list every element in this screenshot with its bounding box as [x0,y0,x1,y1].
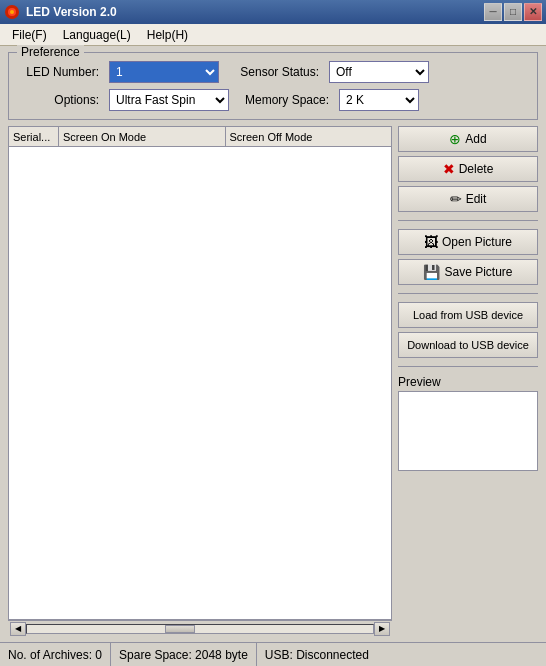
main-content: Preference LED Number: 1 2 3 Sensor Stat… [0,46,546,642]
maximize-button[interactable]: □ [504,3,522,21]
memory-space-select[interactable]: 2 K 4 K 8 K [339,89,419,111]
scroll-right-btn[interactable]: ▶ [374,622,390,636]
app-icon [4,4,20,20]
title-text: LED Version 2.0 [26,5,117,19]
minimize-button[interactable]: ─ [484,3,502,21]
options-select[interactable]: Ultra Fast Spin Fast Spin Normal Spin Sl… [109,89,229,111]
download-usb-button[interactable]: Download to USB device [398,332,538,358]
memory-space-label: Memory Space: [239,93,329,107]
separator-1 [398,220,538,221]
open-picture-button[interactable]: 🖼 Open Picture [398,229,538,255]
preview-section: Preview [398,375,538,471]
status-usb: USB: Disconnected [257,643,546,666]
add-button[interactable]: ⊕ Add [398,126,538,152]
svg-point-2 [10,10,14,14]
close-button[interactable]: ✕ [524,3,542,21]
led-number-label: LED Number: [19,65,99,79]
status-archives: No. of Archives: 0 [0,643,111,666]
menu-bar: File(F) Language(L) Help(H) [0,24,546,46]
list-header: Serial... Screen On Mode Screen Off Mode [9,127,391,147]
edit-icon: ✏ [450,191,462,207]
menu-language[interactable]: Language(L) [55,26,139,44]
status-bar: No. of Archives: 0 Spare Space: 2048 byt… [0,642,546,666]
title-bar: LED Version 2.0 ─ □ ✕ [0,0,546,24]
button-panel: ⊕ Add ✖ Delete ✏ Edit 🖼 Open Picture 💾 S… [398,126,538,636]
open-picture-icon: 🖼 [424,234,438,250]
list-scrollbar[interactable]: ◀ ▶ [8,620,392,636]
save-picture-button[interactable]: 💾 Save Picture [398,259,538,285]
preview-box [398,391,538,471]
middle-area: Serial... Screen On Mode Screen Off Mode… [8,126,538,636]
list-panel-wrapper: Serial... Screen On Mode Screen Off Mode… [8,126,392,636]
scroll-left-btn[interactable]: ◀ [10,622,26,636]
delete-button[interactable]: ✖ Delete [398,156,538,182]
col-screen-off-header: Screen Off Mode [226,127,392,146]
save-picture-icon: 💾 [423,264,440,280]
list-panel: Serial... Screen On Mode Screen Off Mode [8,126,392,620]
preference-group: Preference LED Number: 1 2 3 Sensor Stat… [8,52,538,120]
col-screen-on-header: Screen On Mode [59,127,226,146]
scrollbar-track[interactable] [26,624,374,634]
menu-file[interactable]: File(F) [4,26,55,44]
preference-label: Preference [17,45,84,59]
list-body[interactable] [9,147,391,619]
preview-label: Preview [398,375,538,389]
status-spare-space: Spare Space: 2048 byte [111,643,257,666]
separator-2 [398,293,538,294]
pref-row-2: Options: Ultra Fast Spin Fast Spin Norma… [19,89,527,111]
pref-row-1: LED Number: 1 2 3 Sensor Status: Off On [19,61,527,83]
menu-help[interactable]: Help(H) [139,26,196,44]
scrollbar-thumb[interactable] [165,625,195,633]
delete-icon: ✖ [443,161,455,177]
edit-button[interactable]: ✏ Edit [398,186,538,212]
title-controls: ─ □ ✕ [484,3,542,21]
sensor-status-label: Sensor Status: [229,65,319,79]
add-icon: ⊕ [449,131,461,147]
led-number-select[interactable]: 1 2 3 [109,61,219,83]
sensor-status-select[interactable]: Off On [329,61,429,83]
load-usb-button[interactable]: Load from USB device [398,302,538,328]
options-label: Options: [19,93,99,107]
col-serial-header: Serial... [9,127,59,146]
separator-3 [398,366,538,367]
